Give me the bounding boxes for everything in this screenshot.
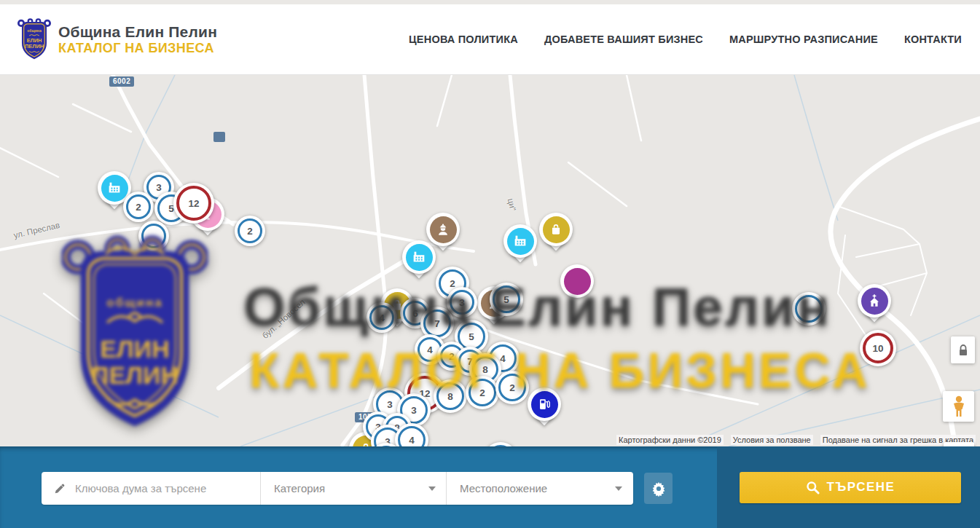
site-header: община ЕЛИН ПЕЛИН Община Елин Пелин КАТА… — [0, 4, 980, 75]
map-cluster-marker[interactable] — [138, 221, 169, 251]
map-cluster-marker[interactable]: 10 — [860, 330, 896, 366]
map-pin-plain[interactable] — [560, 264, 594, 308]
map-data-copyright: Картографски данни ©2019 — [616, 435, 724, 445]
map-pin-bag[interactable] — [539, 213, 573, 256]
category-select[interactable]: Категория — [261, 472, 447, 505]
map-cluster-marker[interactable]: 5 — [490, 283, 523, 316]
search-bar-left: Категория Местоположение — [0, 446, 717, 528]
map-pin-church[interactable] — [858, 284, 891, 328]
map-cluster-marker[interactable]: 3 — [447, 287, 477, 318]
map-cluster-marker[interactable]: 2 — [123, 192, 154, 222]
map-cluster-marker[interactable]: 5 — [484, 442, 517, 446]
category-select-label: Категория — [274, 482, 325, 494]
map-markers: 32512223564754274812822333834510 — [0, 75, 980, 446]
site-logo[interactable]: община ЕЛИН ПЕЛИН Община Елин Пелин КАТА… — [17, 18, 217, 60]
map-cluster-marker[interactable]: 2 — [495, 371, 529, 404]
map-attribution: Картографски данни ©2019 Условия за полз… — [616, 435, 976, 445]
svg-text:община: община — [27, 28, 42, 33]
nav-add-your-business[interactable]: ДОБАВЕТЕ ВАШИЯТ БИЗНЕС — [544, 34, 703, 45]
street-view-pegman-button[interactable] — [943, 391, 974, 422]
pegman-icon — [951, 395, 967, 417]
advanced-search-button[interactable] — [644, 473, 673, 504]
search-submit-label: ТЪРСЕНЕ — [827, 480, 895, 494]
site-title: Община Елин Пелин — [58, 23, 217, 41]
search-icon — [806, 481, 820, 494]
terms-of-use-link[interactable]: Условия за ползване — [731, 435, 813, 445]
search-submit-button[interactable]: ТЪРСЕНЕ — [740, 472, 961, 503]
map-cluster-marker[interactable]: 4 — [366, 302, 397, 333]
municipality-crest-logo: община ЕЛИН ПЕЛИН — [17, 18, 51, 60]
search-input-group: Категория Местоположение — [42, 472, 633, 505]
map-cluster-marker[interactable]: 8 — [434, 379, 467, 413]
keyword-search-input[interactable] — [75, 482, 260, 494]
lock-icon — [957, 344, 969, 357]
search-bar-right: ТЪРСЕНЕ — [717, 446, 980, 528]
location-select-label: Местоположение — [460, 482, 547, 494]
zoom-in-button[interactable]: + — [944, 442, 974, 446]
gear-icon — [651, 481, 667, 497]
nav-pricing-policy[interactable]: ЦЕНОВА ПОЛИТИКА — [409, 34, 518, 45]
chevron-down-icon — [428, 486, 436, 491]
site-subtitle: КАТАЛОГ НА БИЗНЕСА — [58, 41, 217, 56]
map-cluster-marker[interactable] — [792, 292, 826, 326]
map-cluster-marker[interactable]: 2 — [466, 376, 499, 409]
location-select[interactable]: Местоположение — [447, 472, 632, 505]
svg-text:ЕЛИН: ЕЛИН — [27, 37, 42, 44]
map-canvas[interactable]: 6002105 ул. Преславбул. „Новоселци" 3251… — [0, 75, 980, 446]
pencil-icon — [53, 482, 66, 495]
keyword-segment — [42, 472, 261, 505]
svg-text:ПЕЛИН: ПЕЛИН — [25, 43, 44, 50]
chevron-down-icon — [615, 486, 622, 491]
map-cluster-marker[interactable]: 12 — [173, 183, 214, 224]
nav-contacts[interactable]: КОНТАКТИ — [904, 34, 962, 45]
map-cluster-marker[interactable]: 4 — [395, 423, 428, 446]
map-cluster-marker[interactable]: 2 — [235, 216, 265, 246]
search-bar: Категория Местоположение ТЪРСЕНЕ — [0, 446, 980, 528]
nav-route-schedule[interactable]: МАРШРУТНО РАЗПИСАНИЕ — [729, 34, 878, 45]
map-zoom-control: + − — [944, 442, 974, 446]
map-pin-worker[interactable] — [426, 213, 460, 256]
map-pin-fuel[interactable] — [528, 387, 561, 431]
main-nav: ЦЕНОВА ПОЛИТИКА ДОБАВЕТЕ ВАШИЯТ БИЗНЕС М… — [409, 34, 962, 45]
map-lock-button[interactable] — [951, 336, 975, 363]
map-pin-factory[interactable] — [503, 224, 537, 268]
